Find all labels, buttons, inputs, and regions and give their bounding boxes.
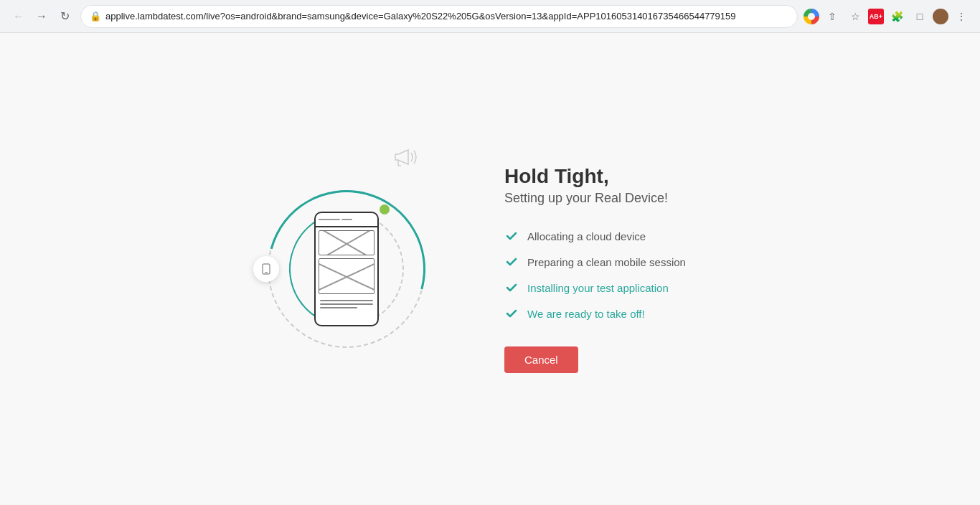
menu-button[interactable]: ⋮ [951, 6, 971, 27]
main-content: Hold Tight, Setting up your Real Device!… [0, 33, 980, 505]
google-icon[interactable] [804, 9, 819, 24]
svg-rect-1 [265, 272, 268, 273]
page-subtitle: Setting up your Real Device! [504, 191, 734, 206]
step-check-ready [504, 306, 519, 321]
phone-box-top [319, 230, 374, 255]
phone-line-3 [320, 307, 357, 308]
page-title: Hold Tight, [504, 165, 734, 188]
phone-wireframe [314, 212, 379, 326]
phone-box-mid [319, 258, 374, 294]
float-phone-icon [253, 256, 279, 282]
browser-chrome: ← → ↻ 🔒 applive.lambdatest.com/live?os=a… [0, 0, 980, 33]
url-text: applive.lambdatest.com/live?os=android&b… [105, 11, 788, 22]
bookmark-button[interactable]: ☆ [845, 6, 865, 27]
step-item-allocate: Allocating a cloud device [504, 223, 734, 249]
address-bar[interactable]: 🔒 applive.lambdatest.com/live?os=android… [80, 5, 798, 28]
step-check-allocate [504, 229, 519, 243]
megaphone-icon [392, 147, 418, 171]
orbit-container [260, 183, 433, 355]
reload-button[interactable]: ↻ [55, 6, 75, 27]
phone-top-line-2 [341, 219, 352, 220]
step-text-session: Preparing a clean mobile session [527, 256, 686, 268]
illustration-area [246, 154, 447, 384]
profile-avatar[interactable] [933, 9, 948, 24]
step-item-session: Preparing a clean mobile session [504, 249, 734, 275]
text-panel: Hold Tight, Setting up your Real Device!… [504, 165, 734, 373]
adblock-extension-icon[interactable]: AB+ [868, 9, 884, 24]
step-item-ready: We are ready to take off! [504, 301, 734, 326]
step-check-session [504, 255, 519, 269]
window-button[interactable]: □ [910, 6, 930, 27]
back-button[interactable]: ← [9, 6, 29, 27]
step-text-install: Installing your test application [527, 282, 669, 294]
phone-top-bar [316, 213, 377, 227]
forward-button[interactable]: → [32, 6, 52, 27]
step-check-install [504, 280, 519, 295]
step-text-allocate: Allocating a cloud device [527, 230, 646, 242]
phone-line-2 [320, 303, 373, 305]
browser-actions: ⇧ ☆ AB+ 🧩 □ ⋮ [804, 6, 971, 27]
extensions-button[interactable]: 🧩 [887, 6, 907, 27]
step-text-ready: We are ready to take off! [527, 308, 645, 320]
phone-lines [319, 297, 374, 311]
lock-icon: 🔒 [90, 11, 101, 22]
share-button[interactable]: ⇧ [822, 6, 842, 27]
phone-line-1 [320, 300, 373, 301]
steps-list: Allocating a cloud device Preparing a cl… [504, 223, 734, 326]
phone-content [316, 227, 377, 325]
nav-buttons: ← → ↻ [9, 6, 75, 27]
phone-top-line [319, 219, 340, 220]
cancel-button[interactable]: Cancel [504, 346, 578, 373]
green-dot [380, 204, 390, 214]
step-item-install: Installing your test application [504, 275, 734, 301]
